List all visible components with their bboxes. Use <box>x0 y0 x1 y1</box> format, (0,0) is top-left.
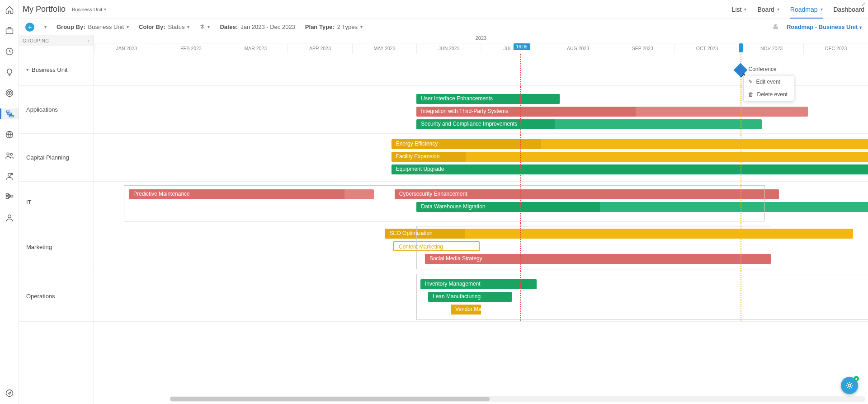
tab-list[interactable]: List▾ <box>732 6 747 13</box>
scrollbar-thumb[interactable] <box>170 397 490 401</box>
target-icon[interactable] <box>4 88 15 99</box>
chevron-down-icon: ▾ <box>26 67 29 73</box>
svg-point-3 <box>7 91 11 95</box>
svg-point-10 <box>10 153 12 155</box>
filter-control[interactable]: ⚗ ▾ <box>199 23 210 30</box>
event-line <box>741 134 741 181</box>
lane-label[interactable]: Operations <box>19 271 94 322</box>
today-line <box>520 54 521 85</box>
home-icon[interactable] <box>4 5 15 15</box>
left-nav-rail <box>0 0 19 404</box>
svg-rect-14 <box>6 197 8 198</box>
lane-label[interactable]: Marketing <box>19 223 94 271</box>
lane-marketing: SEO OptimizationContent MarketingSocial … <box>94 223 868 271</box>
event-line <box>741 223 741 271</box>
svg-point-17 <box>6 390 13 397</box>
roadmap-nav-icon[interactable] <box>0 108 19 119</box>
phase-container[interactable] <box>416 226 771 269</box>
toolbar: + ▾ Group By: Business Unit ▾ Color By: … <box>19 19 868 35</box>
pencil-icon: ✎ <box>748 79 753 85</box>
roadmap-area: GROUPING ↑ ▾ Business Unit ApplicationsC… <box>19 35 868 404</box>
breadcrumb-business-unit[interactable]: Business Unit ▾ <box>72 7 106 12</box>
color-by-control[interactable]: Color By: Status ▾ <box>139 23 189 30</box>
page-title: My Portfolio <box>23 5 66 14</box>
help-fab[interactable]: ● <box>841 377 858 394</box>
plan-type-control[interactable]: Plan Type: 2 Types ▾ <box>305 23 363 30</box>
group-by-control[interactable]: Group By: Business Unit ▾ <box>57 23 129 30</box>
roadmap-bar[interactable]: Equipment Upgrade <box>392 164 868 174</box>
compass-icon[interactable] <box>4 388 15 399</box>
bar-label: Integration with Third-Party Systems <box>421 108 508 114</box>
svg-point-12 <box>11 173 13 174</box>
edit-event-item[interactable]: ✎Edit event <box>744 75 794 88</box>
add-button[interactable]: + <box>25 23 34 32</box>
phase-container[interactable] <box>416 274 868 320</box>
bar-label: Vendor Ma <box>455 306 481 312</box>
lane-capital-planning: Energy EfficiencyFacility ExpansionEquip… <box>94 134 868 182</box>
svg-point-2 <box>6 90 13 97</box>
lane-label[interactable]: IT <box>19 182 94 223</box>
month-cell: NOV 2023 <box>739 43 804 54</box>
group-business-unit[interactable]: ▾ Business Unit <box>19 54 94 86</box>
month-cell: MAY 2023 <box>352 43 417 54</box>
month-cell: DEC 2023 <box>803 43 868 54</box>
roadmap-bar[interactable]: Integration with Third-Party Systems <box>416 107 808 117</box>
month-axis: JAN 2023FEB 2023MAR 2023APR 2023MAY 2023… <box>94 43 868 54</box>
horizontal-scrollbar[interactable] <box>170 396 865 402</box>
popout-icon[interactable]: ⤢ <box>861 1 865 7</box>
roadmap-bar[interactable]: Facility Expansion <box>392 152 868 162</box>
today-line <box>520 182 521 223</box>
svg-rect-0 <box>6 29 13 34</box>
roadmap-bar[interactable]: User Interface Enhancements <box>416 94 560 104</box>
today-time-badge: 16:05 <box>514 43 530 50</box>
bar-label: Cybersecurity Enhancement <box>399 191 467 197</box>
month-cell: SEP 2023 <box>610 43 675 54</box>
user-icon[interactable] <box>4 212 15 223</box>
lane-label[interactable]: Applications <box>19 86 94 134</box>
event-marker[interactable] <box>739 43 743 52</box>
event-context-menu: ✎Edit event 🗑Delete event <box>743 75 794 101</box>
print-icon[interactable]: 🖶 <box>773 23 778 30</box>
globe-icon[interactable] <box>4 129 15 140</box>
today-line <box>520 86 521 133</box>
svg-point-18 <box>848 384 851 387</box>
bar-label: Equipment Upgrade <box>396 166 444 172</box>
clock-icon[interactable] <box>4 46 15 57</box>
tab-dashboard[interactable]: Dashboard <box>834 6 865 13</box>
bar-label: Social Media Strategy <box>429 255 482 262</box>
month-cell: JUN 2023 <box>416 43 481 54</box>
today-line <box>520 223 521 271</box>
month-cell: APR 2023 <box>288 43 352 54</box>
bar-label: Energy Efficiency <box>396 141 438 147</box>
event-line <box>741 86 741 133</box>
bar-label: Content Marketing <box>399 244 443 250</box>
add-dropdown-icon[interactable]: ▾ <box>44 24 47 29</box>
roadmap-bar[interactable]: Energy Efficiency <box>392 139 868 149</box>
month-cell: AUG 2023 <box>546 43 610 54</box>
tab-board[interactable]: Board▾ <box>757 6 779 13</box>
month-cell: JAN 2023 <box>94 43 159 54</box>
saved-view-selector[interactable]: Roadmap - Business Unit ▾ <box>787 23 862 30</box>
svg-rect-15 <box>10 195 13 197</box>
briefcase-icon[interactable] <box>4 25 15 36</box>
svg-point-11 <box>8 173 11 176</box>
roadmap-bar[interactable]: Security and Compliance Improvements <box>416 119 761 129</box>
dates-control[interactable]: Dates: Jan 2023 - Dec 2023 <box>220 23 295 30</box>
svg-rect-6 <box>8 113 11 114</box>
milestone-lane: Conference ✎Edit event 🗑Delete event↖ <box>94 54 868 86</box>
tab-roadmap[interactable]: Roadmap▾ <box>790 6 823 19</box>
event-line <box>741 182 741 223</box>
month-cell: OCT 2023 <box>675 43 739 54</box>
svg-rect-5 <box>7 111 9 112</box>
resource-icon[interactable] <box>4 171 15 182</box>
bulb-icon[interactable] <box>4 67 15 78</box>
lane-label[interactable]: Capital Planning <box>19 134 94 182</box>
bar-label: User Interface Enhancements <box>421 95 493 102</box>
delete-event-item[interactable]: 🗑Delete event <box>744 88 794 101</box>
milestone-label: Conference <box>749 66 777 72</box>
bar-label: Security and Compliance Improvements <box>421 121 517 127</box>
hierarchy-icon[interactable] <box>4 192 15 202</box>
svg-rect-13 <box>6 194 8 196</box>
people-icon[interactable] <box>4 150 15 161</box>
sort-asc-icon[interactable]: ↑ <box>88 38 90 43</box>
